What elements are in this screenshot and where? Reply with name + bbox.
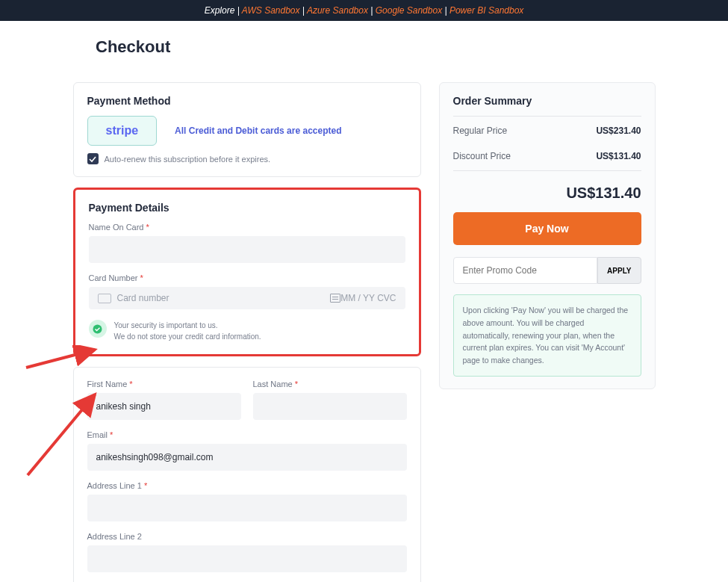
- credit-card-icon: [98, 294, 111, 303]
- address1-label: Address Line 1 *: [87, 481, 407, 490]
- stripe-option-button[interactable]: stripe: [87, 116, 158, 146]
- first-name-input[interactable]: [87, 393, 241, 420]
- explore-label: Explore: [205, 5, 235, 16]
- promo-code-input[interactable]: [453, 257, 598, 284]
- payment-details-heading: Payment Details: [89, 202, 405, 214]
- order-total: US$131.40: [453, 173, 641, 212]
- address1-input[interactable]: [87, 495, 407, 521]
- google-sandbox-link[interactable]: Google Sandbox: [376, 5, 442, 16]
- last-name-input[interactable]: [253, 393, 407, 420]
- payment-details-card: Payment Details Name On Card * Card Numb…: [73, 188, 421, 356]
- top-nav-bar: Explore | AWS Sandbox | Azure Sandbox | …: [0, 0, 728, 21]
- discount-price-row: Discount Price US$131.40: [453, 143, 641, 169]
- svg-point-0: [93, 324, 102, 333]
- shield-check-icon: [89, 320, 107, 338]
- order-summary-heading: Order Summary: [453, 95, 641, 107]
- card-number-input[interactable]: Card number MM / YY CVC: [89, 287, 405, 309]
- address2-input[interactable]: [87, 545, 407, 572]
- address2-label: Address Line 2: [87, 532, 407, 541]
- regular-price-row: Regular Price US$231.40: [453, 118, 641, 143]
- check-icon: [89, 155, 96, 163]
- aws-sandbox-link[interactable]: AWS Sandbox: [242, 5, 300, 16]
- personal-details-card: First Name * Last Name * Email * Address…: [73, 367, 421, 582]
- card-number-label: Card Number *: [89, 273, 405, 282]
- payment-method-heading: Payment Method: [87, 95, 407, 107]
- card-number-placeholder: Card number: [117, 293, 325, 303]
- name-on-card-input[interactable]: [89, 236, 405, 263]
- cards-accepted-text: All Credit and Debit cards are accepted: [175, 126, 341, 136]
- auto-renew-label: Auto-renew this subscription before it e…: [105, 155, 271, 164]
- card-expiry-cvc-placeholder: MM / YY CVC: [340, 293, 396, 303]
- name-on-card-label: Name On Card *: [89, 223, 405, 232]
- apply-promo-button[interactable]: APPLY: [597, 257, 641, 284]
- security-note: Your security is important to us. We do …: [114, 320, 261, 342]
- auto-renew-checkbox[interactable]: [87, 153, 99, 164]
- email-input[interactable]: [87, 444, 407, 471]
- first-name-label: First Name *: [87, 380, 241, 388]
- last-name-label: Last Name *: [253, 380, 407, 388]
- payment-note: Upon clicking 'Pay Now' you will be char…: [453, 294, 641, 377]
- pay-now-button[interactable]: Pay Now: [453, 212, 641, 245]
- powerbi-sandbox-link[interactable]: Power BI Sandbox: [449, 5, 523, 16]
- card-scan-icon: [330, 294, 340, 303]
- payment-method-card: Payment Method stripe All Credit and Deb…: [73, 82, 421, 177]
- azure-sandbox-link[interactable]: Azure Sandbox: [307, 5, 368, 16]
- email-label: Email *: [87, 430, 407, 439]
- order-summary-card: Order Summary Regular Price US$231.40 Di…: [439, 82, 656, 389]
- page-title: Checkout: [96, 37, 728, 57]
- auto-renew-row[interactable]: Auto-renew this subscription before it e…: [87, 153, 407, 164]
